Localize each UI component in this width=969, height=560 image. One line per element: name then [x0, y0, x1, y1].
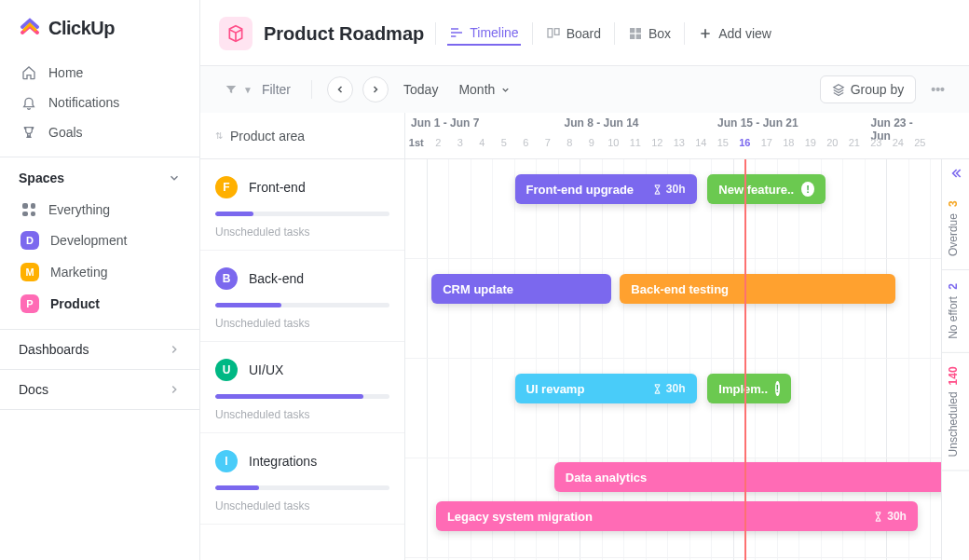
week-label: Jun 23 - Jun — [866, 113, 932, 137]
chevron-right-icon — [168, 383, 181, 396]
day-label: 18 — [778, 137, 800, 159]
chevron-left-icon — [334, 84, 346, 95]
group-column-header[interactable]: ⇅ Product area — [200, 113, 404, 159]
next-button[interactable] — [362, 76, 389, 102]
logo-icon — [19, 17, 41, 39]
spaces-header[interactable]: Spaces — [0, 157, 199, 195]
task-label: Legacy system migration — [447, 510, 593, 524]
timeline-area[interactable]: Jun 1 - Jun 7Jun 8 - Jun 14Jun 15 - Jun … — [405, 113, 969, 560]
group-badge: I — [215, 450, 238, 472]
box-icon — [628, 26, 643, 41]
task-bar[interactable]: Implem..! — [707, 374, 790, 403]
day-label: 4 — [471, 137, 494, 159]
day-label: 19 — [799, 137, 822, 159]
timeline-row[interactable]: Data analyticsLegacy system migration30h — [405, 458, 969, 558]
space-development[interactable]: DDevelopment — [7, 225, 192, 256]
today-marker — [744, 159, 746, 560]
group-progress — [215, 485, 389, 490]
page-icon[interactable] — [219, 17, 252, 50]
day-label: 21 — [843, 137, 866, 159]
task-label: New feature.. — [718, 183, 794, 197]
filter-button[interactable]: ▼ Filter — [219, 78, 296, 101]
nav-notifications[interactable]: Notifications — [7, 88, 192, 117]
timeline-row[interactable]: UI revamp30hImplem..! — [405, 359, 969, 458]
more-button[interactable]: ••• — [925, 78, 950, 101]
group-front-end[interactable]: FFront-endUnscheduled tasks — [200, 159, 404, 251]
logo[interactable]: ClickUp — [0, 0, 199, 58]
task-label: CRM update — [443, 282, 513, 296]
logo-text: ClickUp — [48, 18, 115, 39]
task-bar[interactable]: Legacy system migration30h — [436, 501, 918, 531]
collapse-button[interactable] — [942, 159, 969, 187]
day-label: 11 — [624, 137, 647, 159]
tab-unscheduled[interactable]: Unscheduled 140 — [942, 353, 969, 471]
nav-home[interactable]: Home — [7, 58, 192, 88]
hourglass-icon — [873, 512, 883, 522]
svg-rect-3 — [636, 28, 641, 33]
group-ui-ux[interactable]: UUI/UXUnscheduled tasks — [200, 342, 404, 433]
nav-docs[interactable]: Docs — [0, 370, 199, 409]
week-label: Jun 15 - Jun 21 — [712, 113, 866, 137]
group-progress — [215, 303, 389, 307]
home-icon — [20, 64, 37, 81]
day-label: 16 — [734, 137, 757, 159]
page-header: Product Roadmap Timeline Board Box Add v… — [200, 0, 969, 66]
group-name: Integrations — [249, 454, 317, 469]
task-label: Implem.. — [718, 382, 768, 396]
task-label: Back-end testing — [631, 282, 729, 296]
day-label: 1st — [405, 137, 428, 159]
timeline-row[interactable]: Front-end upgrade30hNew feature..! — [405, 159, 969, 259]
prev-button[interactable] — [327, 76, 353, 102]
tab-no-effort[interactable]: No effort 2 — [942, 270, 969, 353]
nav-goals[interactable]: Goals — [7, 117, 192, 147]
task-bar[interactable]: Data analytics — [554, 462, 949, 492]
day-label: 24 — [887, 137, 909, 159]
timeline-header: Jun 1 - Jun 7Jun 8 - Jun 14Jun 15 - Jun … — [405, 113, 969, 159]
view-board[interactable]: Board — [544, 22, 603, 45]
day-label: 20 — [822, 137, 844, 159]
task-bar[interactable]: New feature..! — [707, 174, 826, 204]
group-back-end[interactable]: BBack-endUnscheduled tasks — [200, 251, 404, 342]
unscheduled-link[interactable]: Unscheduled tasks — [215, 225, 389, 239]
page-title: Product Roadmap — [264, 23, 424, 45]
unscheduled-link[interactable]: Unscheduled tasks — [215, 317, 389, 330]
day-label: 2 — [428, 137, 450, 159]
add-view[interactable]: Add view — [696, 22, 773, 45]
spaces-everything[interactable]: Everything — [7, 195, 192, 225]
today-button[interactable]: Today — [398, 78, 444, 101]
nav-dashboards[interactable]: Dashboards — [0, 330, 199, 369]
view-timeline[interactable]: Timeline — [447, 21, 520, 46]
view-box[interactable]: Box — [626, 22, 673, 45]
chevron-down-icon — [168, 171, 181, 184]
svg-rect-0 — [548, 29, 553, 37]
board-icon — [546, 26, 561, 41]
group-integrations[interactable]: IIntegrationsUnscheduled tasks — [200, 433, 404, 525]
hourglass-icon — [652, 184, 662, 195]
task-bar[interactable]: UI revamp30h — [515, 374, 697, 403]
svg-rect-4 — [630, 34, 635, 39]
space-product[interactable]: PProduct — [7, 288, 192, 320]
groupby-button[interactable]: Group by — [820, 75, 917, 103]
alert-icon: ! — [801, 182, 814, 197]
group-name: Front-end — [249, 180, 306, 195]
unscheduled-link[interactable]: Unscheduled tasks — [215, 408, 389, 421]
timeline-row[interactable]: CRM updateBack-end testing — [405, 259, 969, 359]
task-bar[interactable]: Front-end upgrade30h — [515, 174, 697, 204]
tab-overdue[interactable]: Overdue 3 — [942, 187, 969, 270]
group-badge: F — [215, 176, 238, 198]
space-marketing[interactable]: MMarketing — [7, 256, 192, 288]
chevron-down-icon — [500, 85, 511, 95]
cube-icon — [226, 24, 245, 43]
task-hours: 30h — [652, 382, 686, 395]
week-label: Jun 1 - Jun 7 — [405, 113, 559, 137]
day-label: 12 — [647, 137, 669, 159]
scale-dropdown[interactable]: Month — [453, 78, 516, 101]
right-panel-tabs: Overdue 3 No effort 2 Unscheduled 140 — [941, 159, 969, 560]
task-bar[interactable]: CRM update — [431, 274, 611, 304]
task-bar[interactable]: Back-end testing — [620, 274, 895, 304]
day-label: 13 — [668, 137, 690, 159]
task-label: Front-end upgrade — [526, 183, 635, 197]
unscheduled-link[interactable]: Unscheduled tasks — [215, 499, 389, 512]
hourglass-icon — [652, 384, 662, 394]
week-label: Jun 8 - Jun 14 — [559, 113, 713, 137]
